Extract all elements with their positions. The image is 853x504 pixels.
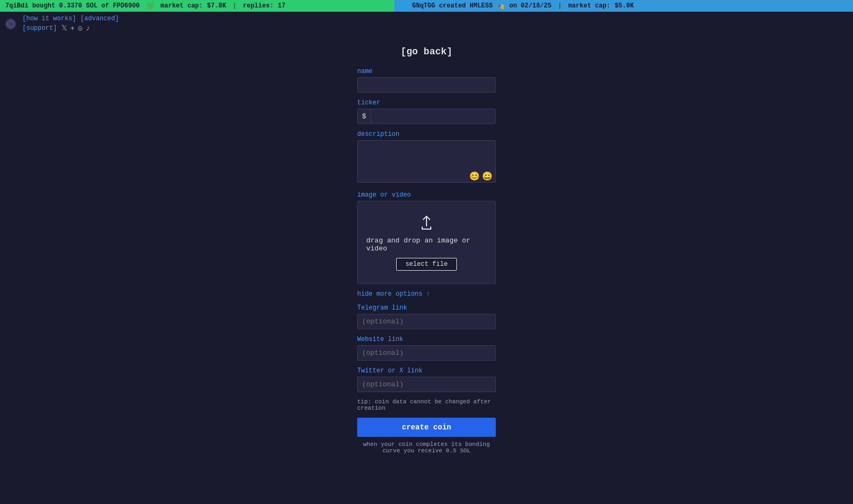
name-label: name [357,68,496,75]
ticker-left-text: 7qiBdi bought 0.3370 SOL of FPD6900 [5,2,140,10]
svg-point-0 [7,21,14,27]
ticker-right-marketcap-value: $5.0K [615,2,634,10]
twitter-input[interactable] [357,377,496,392]
select-file-button[interactable]: select file [396,258,456,271]
hide-more-options-text: hide more options ↑ [357,290,430,298]
create-coin-button[interactable]: create coin [357,418,496,437]
emoji-face2: 😄 [482,171,493,182]
x-icon[interactable]: 𝕏 [61,23,67,32]
upload-text: drag and drop an image or video [366,237,487,253]
ticker-left-replies-label: replies: [243,2,273,10]
create-coin-form: name ticker $ description 😊 😄 ima [357,68,496,454]
ticker-bar-right: 🌐 GNqTGG created HMLESS 🎭 on 02/18/25 | … [395,0,853,12]
support-link[interactable]: [support] [22,25,57,32]
ticker-right-logo: 🌐 [400,2,408,10]
ticker-bar-left: 7qiBdi bought 0.3370 SOL of FPD6900 🌿 ma… [0,0,395,12]
ticker-left-marketcap-value: $7.8K [207,2,226,10]
ticker-prefix: $ [358,109,371,124]
website-label: Website link [357,336,496,343]
ticker-divider-2: | [232,2,236,10]
telegram-group: Telegram link [357,304,496,329]
telegram-label: Telegram link [357,304,496,312]
name-group: name [357,68,496,93]
hide-more-options-link[interactable]: hide more options ↑ [357,290,496,298]
description-emoji: 😊 😄 [469,171,493,182]
ticker-left-replies-value: 17 [278,2,285,10]
upload-area[interactable]: drag and drop an image or video select f… [357,201,496,284]
ticker-left-marketcap-label: market cap: [160,2,203,10]
telegram-input[interactable] [357,314,496,329]
ticker-input-wrapper: $ [357,109,496,124]
ticker-divider-1: 🌿 [146,2,154,10]
nav-row-bottom: [support] 𝕏 ✈ ◎ ♪ [22,23,119,32]
ticker-bars: 7qiBdi bought 0.3370 SOL of FPD6900 🌿 ma… [0,0,853,12]
ticker-right-text: GNqTGG created HMLESS [412,2,493,10]
instagram-icon[interactable]: ◎ [78,23,82,32]
ticker-right-marketcap-label: market cap: [568,2,610,10]
header-nav: [how it works] [advanced] [support] 𝕏 ✈ … [0,12,853,36]
advanced-link[interactable]: [advanced] [81,15,119,22]
nav-links: [how it works] [advanced] [support] 𝕏 ✈ … [22,15,119,32]
logo-icon [5,19,16,29]
emoji-face1: 😊 [469,171,480,182]
twitter-group: Twitter or X link [357,367,496,392]
description-wrapper: 😊 😄 [357,140,496,185]
description-label: description [357,131,496,138]
twitter-label: Twitter or X link [357,367,496,375]
upload-icon [418,214,435,231]
website-input[interactable] [357,345,496,361]
how-it-works-link[interactable]: [how it works] [22,15,76,22]
ticker-input[interactable] [371,109,495,124]
name-input[interactable] [357,77,496,93]
image-video-label: image or video [357,191,496,199]
main-content: [go back] name ticker $ description 😊 😄 [0,36,853,475]
go-back-link[interactable]: [go back] [400,46,452,57]
ticker-group: ticker $ [357,99,496,124]
bonding-note: when your coin completes its bonding cur… [357,441,496,454]
ticker-divider-3: | [558,2,561,10]
social-icons: 𝕏 ✈ ◎ ♪ [61,23,90,32]
tip-text: tip: coin data cannot be changed after c… [357,399,496,411]
description-group: description 😊 😄 [357,131,496,185]
website-group: Website link [357,336,496,361]
tiktok-icon[interactable]: ♪ [86,24,90,32]
ticker-label: ticker [357,99,496,107]
nav-row-top: [how it works] [advanced] [22,15,119,22]
image-video-group: image or video drag and drop an image or… [357,191,496,284]
ticker-right-emoji: 🎭 [497,2,505,10]
telegram-icon[interactable]: ✈ [70,23,75,32]
ticker-right-date: on 02/18/25 [509,2,551,10]
